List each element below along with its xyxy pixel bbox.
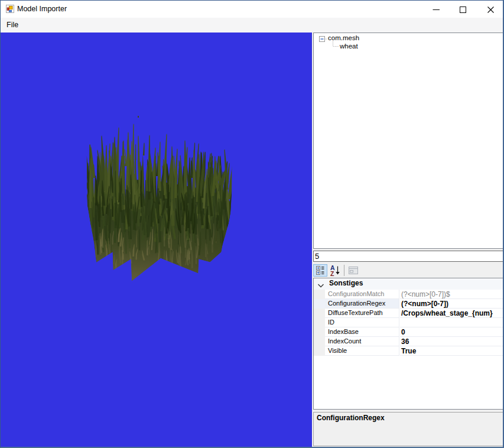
svg-text:wheat: wheat: [339, 43, 358, 50]
svg-text:com.mesh: com.mesh: [328, 34, 359, 41]
svg-text:Z: Z: [330, 270, 334, 277]
